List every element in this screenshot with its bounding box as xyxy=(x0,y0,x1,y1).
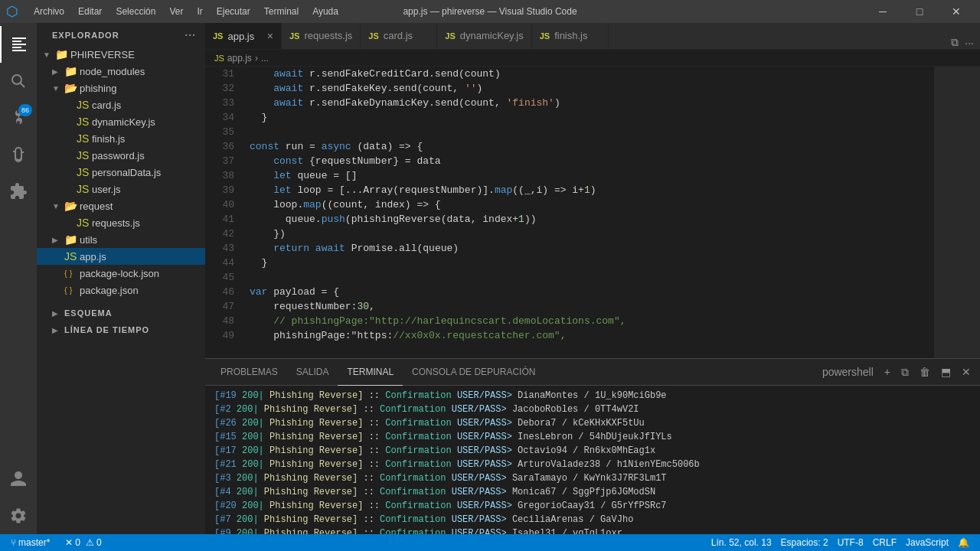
sb-language[interactable]: JavaScript xyxy=(901,534,953,551)
menu-ver[interactable]: Ver xyxy=(163,5,189,18)
titlebar-left: ⬡ Archivo Editar Selección Ver Ir Ejecut… xyxy=(6,3,345,20)
esquema-arrow-icon: ▶ xyxy=(52,309,64,318)
bc-file-icon: JS xyxy=(214,54,224,63)
terminal-line: [#3 200| Phishing Reverse] :: Confirmati… xyxy=(214,471,971,485)
tab-app-js-close[interactable]: × xyxy=(267,30,273,42)
folder-icon: 📁 xyxy=(64,65,77,77)
sb-notification-icon[interactable]: 🔔 xyxy=(953,534,974,551)
term-tab-salida[interactable]: SALIDA xyxy=(287,359,338,386)
sb-branch[interactable]: ⑂ master* xyxy=(6,534,54,551)
tab-card-js[interactable]: JS card.js xyxy=(361,23,437,49)
maximize-button[interactable]: □ xyxy=(902,0,937,23)
minimize-button[interactable]: ─ xyxy=(865,0,900,23)
term-tab-terminal[interactable]: TERMINAL xyxy=(338,359,403,386)
sb-spaces-label: Espacios: 2 xyxy=(781,537,828,548)
tab-finish-js[interactable]: JS finish.js xyxy=(532,23,609,49)
sb-eol[interactable]: CRLF xyxy=(868,534,901,551)
terminal-close-icon[interactable]: ✕ xyxy=(959,364,974,380)
tree-root[interactable]: ▼ 📁 PHIREVERSE xyxy=(37,46,205,63)
tree-requests-js[interactable]: ▶ JS requests.js xyxy=(37,214,205,231)
sidebar-more-icon[interactable]: ··· xyxy=(185,29,196,41)
tree-phishing-folder[interactable]: ▼ 📂 phishing xyxy=(37,80,205,96)
tree-personaldata-js[interactable]: ▶ JS personalData.js xyxy=(37,164,205,181)
tree-package-json[interactable]: ▶ { } package.json xyxy=(37,282,205,298)
tree-password-js[interactable]: ▶ JS password.js xyxy=(37,147,205,164)
root-arrow-icon: ▼ xyxy=(43,51,55,59)
vscode-logo-icon: ⬡ xyxy=(6,3,18,20)
password-js-icon: JS xyxy=(77,149,89,161)
terminal-trash-icon[interactable]: 🗑 xyxy=(916,364,933,380)
tab-dynamickey-js[interactable]: JS dynamicKey.js xyxy=(437,23,531,49)
tree-utils-folder[interactable]: ▶ 📁 utils xyxy=(37,231,205,248)
tab-finish-js-label: finish.js xyxy=(554,30,587,41)
terminal-maximize-icon[interactable]: ⬒ xyxy=(938,364,954,380)
term-tab-problemas[interactable]: PROBLEMAS xyxy=(211,359,287,386)
close-button[interactable]: ✕ xyxy=(939,0,974,23)
titlebar-menus: Archivo Editar Selección Ver Ir Ejecutar… xyxy=(28,5,345,18)
sb-encoding[interactable]: UTF-8 xyxy=(833,534,868,551)
terminal-line: [#4 200| Phishing Reverse] :: Confirmati… xyxy=(214,485,971,499)
tree-package-lock-json[interactable]: ▶ { } package-lock.json xyxy=(37,265,205,282)
tab-requests-js-icon: JS xyxy=(289,31,299,41)
more-tabs-icon[interactable]: ··· xyxy=(965,37,974,49)
sb-spaces[interactable]: Espacios: 2 xyxy=(776,534,833,551)
request-arrow-icon: ▼ xyxy=(52,202,64,210)
minimap xyxy=(934,67,980,358)
menu-ayuda[interactable]: Ayuda xyxy=(306,5,345,18)
menu-seleccion[interactable]: Selección xyxy=(109,5,162,18)
svg-line-1 xyxy=(21,83,25,88)
sb-position[interactable]: Lín. 52, col. 13 xyxy=(707,534,776,551)
tree-user-js[interactable]: ▶ JS user.js xyxy=(37,181,205,197)
menu-editar[interactable]: Editar xyxy=(72,5,108,18)
terminal-line: [#26 200| Phishing Reverse] :: Confirmat… xyxy=(214,416,971,430)
activity-icon-search[interactable] xyxy=(0,63,37,99)
bc-file[interactable]: app.js xyxy=(227,53,252,64)
sb-right: Lín. 52, col. 13 Espacios: 2 UTF-8 CRLF … xyxy=(707,534,974,551)
sidebar-section-linea[interactable]: ▶ LÍNEA DE TIEMPO xyxy=(37,321,205,338)
activity-icon-explorer[interactable] xyxy=(0,26,37,63)
tree-card-js[interactable]: ▶ JS card.js xyxy=(37,96,205,113)
phishing-folder-label: phishing xyxy=(80,83,116,94)
term-tab-consola[interactable]: CONSOLA DE DEPURACIÓN xyxy=(403,359,544,386)
utils-folder-icon: 📁 xyxy=(64,233,77,246)
terminal-add-icon[interactable]: + xyxy=(881,364,893,380)
sb-errors[interactable]: ✕ 0 ⚠ 0 xyxy=(60,534,106,551)
js-file-icon: JS xyxy=(77,99,89,111)
terminal-line: [#19 200| Phishing Reverse] :: Confirmat… xyxy=(214,389,971,403)
password-label: password.js xyxy=(92,150,145,161)
terminal-content[interactable]: [#19 200| Phishing Reverse] :: Confirmat… xyxy=(205,386,980,534)
activity-icon-account[interactable] xyxy=(0,461,37,497)
tree-request-folder[interactable]: ▼ 📂 request xyxy=(37,197,205,214)
split-editor-icon[interactable]: ⧉ xyxy=(951,36,959,49)
tree-dynamickey-js[interactable]: ▶ JS dynamicKey.js xyxy=(37,113,205,130)
menu-ejecutar[interactable]: Ejecutar xyxy=(211,5,256,18)
menu-terminal[interactable]: Terminal xyxy=(258,5,305,18)
tab-actions: ⧉ ··· xyxy=(945,36,980,49)
menu-ir[interactable]: Ir xyxy=(191,5,208,18)
tree-node-modules[interactable]: ▶ 📁 node_modules xyxy=(37,63,205,80)
tab-app-js[interactable]: JS app.js × xyxy=(205,23,282,49)
code-content[interactable]: await r.sendFakeCreditCard.send(count) a… xyxy=(240,67,934,358)
sb-warning-count: 0 xyxy=(96,537,102,548)
activity-icon-settings[interactable] xyxy=(0,497,37,534)
tab-requests-js[interactable]: JS requests.js xyxy=(282,23,361,49)
terminal-actions: powershell + ⧉ 🗑 ⬒ ✕ xyxy=(819,364,974,380)
code-editor[interactable]: 31 32 33 34 35 36 37 38 39 40 41 42 43 4… xyxy=(205,67,980,358)
tree-finish-js[interactable]: ▶ JS finish.js xyxy=(37,130,205,147)
terminal-shell-label: powershell xyxy=(819,364,877,380)
activity-icon-git[interactable]: 86 xyxy=(0,99,37,136)
menu-archivo[interactable]: Archivo xyxy=(28,5,70,18)
utils-arrow-icon: ▶ xyxy=(52,236,64,244)
sb-language-label: JavaScript xyxy=(906,537,949,548)
sidebar-section-esquema[interactable]: ▶ ESQUEMA xyxy=(37,305,205,321)
activity-icon-debug[interactable] xyxy=(0,136,37,173)
sidebar-header: EXPLORADOR ··· xyxy=(37,23,205,46)
terminal-line: [#17 200| Phishing Reverse] :: Confirmat… xyxy=(214,444,971,458)
sb-position-label: Lín. 52, col. 13 xyxy=(711,537,772,548)
terminal-split-icon[interactable]: ⧉ xyxy=(898,364,912,380)
tree-app-js[interactable]: ▶ JS app.js xyxy=(37,248,205,265)
bc-path[interactable]: ... xyxy=(261,53,269,64)
error-icon: ✕ xyxy=(65,537,73,548)
activity-icon-extensions[interactable] xyxy=(0,173,37,210)
window-title: app.js — phireverse — Visual Studio Code xyxy=(403,6,577,17)
